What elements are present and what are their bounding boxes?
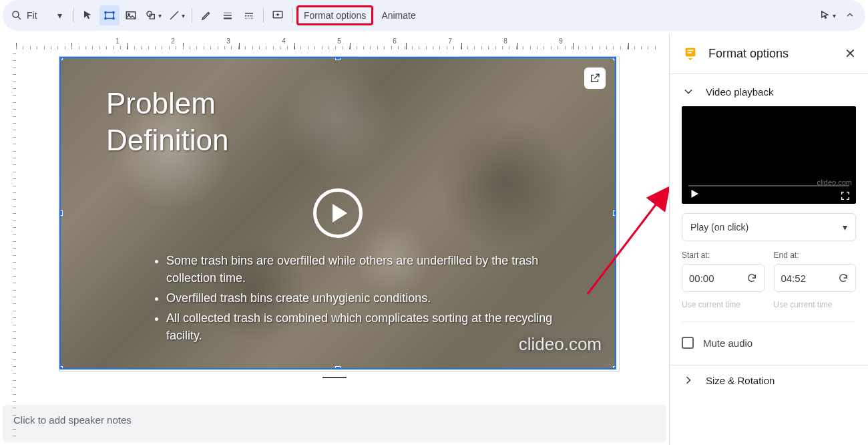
separator — [192, 8, 192, 23]
start-at-input[interactable]: 00:00 — [682, 264, 765, 292]
play-mode-value: Play (on click) — [690, 222, 748, 233]
svg-point-5 — [105, 17, 106, 19]
bullet: All collected trash is combined which co… — [166, 309, 575, 344]
pointer-mode[interactable]: ▾ — [817, 5, 839, 25]
toolbar: Fit ▾ ▾ ▾ Format options Animate ▾ — [3, 0, 865, 31]
slide[interactable]: Problem Definition Some trash bins are o… — [59, 56, 620, 372]
end-value: 04:52 — [781, 273, 807, 284]
preview-play-icon[interactable] — [688, 188, 700, 200]
resize-handle[interactable] — [335, 57, 341, 60]
zoom-icon — [11, 9, 23, 21]
caret-down-icon: ▾ — [843, 222, 847, 233]
ruler-tick: 6 — [393, 37, 397, 45]
refresh-icon[interactable] — [838, 273, 849, 283]
ruler-tick: 1 — [116, 37, 120, 45]
caret-down-icon: ▾ — [53, 9, 65, 21]
svg-point-6 — [113, 17, 114, 19]
mute-audio-checkbox[interactable] — [682, 337, 694, 349]
resize-handle[interactable] — [59, 57, 63, 60]
zoom-label: Fit — [27, 10, 49, 21]
refresh-icon[interactable] — [746, 273, 757, 283]
play-icon[interactable] — [313, 188, 363, 238]
end-at-label: End at: — [774, 251, 857, 260]
svg-line-11 — [170, 11, 178, 19]
ruler-tick: 2 — [171, 37, 175, 45]
collapse-toolbar[interactable] — [840, 5, 860, 25]
svg-rect-24 — [687, 52, 691, 53]
svg-line-1 — [18, 17, 21, 19]
animate-button[interactable]: Animate — [375, 5, 422, 25]
bullet: Overfilled trash bins create unhygienic … — [166, 289, 575, 307]
section-size-rotation[interactable]: Size & Rotation — [670, 365, 868, 395]
use-current-time-hint[interactable]: Use current time — [774, 300, 857, 309]
play-mode-dropdown[interactable]: Play (on click) ▾ — [682, 213, 856, 241]
comment-tool[interactable] — [268, 5, 288, 25]
select-tool[interactable] — [78, 5, 98, 25]
notes-placeholder: Click to add speaker notes — [13, 414, 132, 426]
chevron-right-icon — [682, 374, 695, 387]
resize-handle[interactable] — [613, 366, 616, 369]
end-at-input[interactable]: 04:52 — [774, 264, 857, 292]
caret-down-icon: ▾ — [833, 12, 836, 19]
horizontal-ruler: 1 2 3 4 5 6 7 8 9 — [16, 37, 656, 49]
zoom-control[interactable]: Fit ▾ — [8, 5, 69, 25]
resize-handle[interactable] — [59, 210, 63, 216]
mute-audio-row[interactable]: Mute audio — [682, 334, 856, 355]
shape-tool[interactable]: ▾ — [142, 5, 164, 25]
ruler-tick: 7 — [448, 37, 452, 45]
slide-title: Problem Definition — [106, 85, 228, 158]
ruler-tick: 5 — [337, 37, 341, 45]
mute-audio-label: Mute audio — [703, 337, 752, 349]
resize-handle[interactable] — [59, 366, 63, 369]
separator — [73, 8, 74, 23]
format-options-icon — [682, 45, 699, 62]
use-current-time-hint[interactable]: Use current time — [682, 300, 765, 309]
slide-bullets: Some trash bins are overfilled while oth… — [154, 252, 575, 347]
preview-watermark: clideo.com — [817, 178, 852, 186]
bullet: Some trash bins are overfilled while oth… — [166, 252, 575, 287]
start-value: 00:00 — [689, 273, 714, 284]
svg-point-3 — [105, 11, 106, 13]
format-options-label: Format options — [304, 10, 366, 21]
ruler-tick: 3 — [226, 37, 230, 45]
chevron-down-icon — [682, 85, 695, 98]
section-label: Size & Rotation — [706, 375, 775, 386]
separator — [263, 8, 264, 23]
pen-tool[interactable] — [196, 5, 216, 25]
video-watermark: clideo.com — [519, 334, 602, 355]
section-video-playback[interactable]: Video playback — [670, 77, 868, 106]
speaker-notes[interactable]: Click to add speaker notes — [3, 405, 666, 442]
ruler-tick: 4 — [282, 37, 286, 45]
title-line: Definition — [106, 122, 228, 158]
separator — [292, 8, 292, 23]
line-weight-tool[interactable] — [218, 5, 238, 25]
svg-rect-23 — [687, 50, 693, 51]
line-tool[interactable]: ▾ — [166, 5, 188, 25]
caret-down-icon: ▾ — [182, 12, 185, 19]
resize-handle[interactable] — [335, 366, 341, 369]
animate-label: Animate — [381, 10, 415, 21]
popout-icon[interactable] — [584, 67, 606, 89]
ruler-tick: 8 — [503, 37, 507, 45]
ruler-tick: 9 — [559, 37, 563, 45]
svg-point-4 — [113, 11, 114, 13]
resize-handle[interactable] — [613, 57, 616, 60]
format-options-sidebar: Format options ✕ Video playback clideo.c… — [669, 33, 868, 445]
format-options-button[interactable]: Format options — [296, 5, 373, 25]
video-selected[interactable]: Problem Definition Some trash bins are o… — [59, 57, 616, 369]
canvas-area: 1 2 3 4 5 6 7 8 9 Problem Definition — [0, 33, 669, 445]
svg-rect-2 — [105, 13, 114, 19]
image-tool[interactable] — [121, 5, 141, 25]
title-line: Problem — [106, 85, 228, 122]
start-at-label: Start at: — [682, 251, 765, 260]
line-dash-tool[interactable] — [239, 5, 259, 25]
page-indicator — [322, 377, 347, 378]
preview-fullscreen-icon[interactable] — [840, 190, 851, 201]
close-icon[interactable]: ✕ — [842, 43, 859, 64]
video-preview[interactable]: clideo.com — [682, 106, 856, 204]
caret-down-icon: ▾ — [158, 12, 162, 19]
resize-handle[interactable] — [613, 210, 616, 216]
svg-point-0 — [13, 11, 19, 17]
sidebar-title: Format options — [708, 47, 833, 61]
text-box-tool[interactable] — [99, 5, 120, 25]
